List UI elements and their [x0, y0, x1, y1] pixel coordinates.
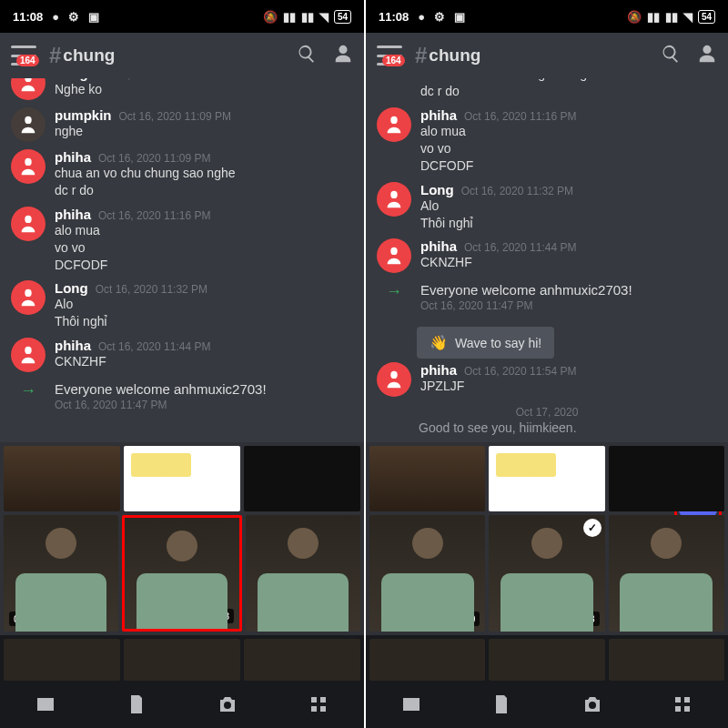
thumb-strip	[366, 635, 728, 684]
message: phihaOct 16, 2020 11:44 PMCKNZHF	[366, 235, 728, 277]
bike-icon: ⚙	[68, 10, 79, 24]
clock: 11:08	[379, 10, 409, 24]
message: pumpkinOct 16, 2020 11:09 PMnghe	[0, 104, 364, 146]
media-thumb[interactable]	[609, 515, 724, 632]
video-duration: 00:10	[446, 612, 480, 626]
timestamp: Oct 16, 2020 11:32 PM	[461, 185, 573, 197]
gallery-tab[interactable]	[400, 693, 422, 719]
username[interactable]: phiha	[55, 207, 91, 222]
search-button[interactable]	[661, 44, 681, 67]
media-thumb[interactable]	[124, 446, 240, 511]
join-arrow-icon: →	[11, 381, 46, 400]
avatar[interactable]	[11, 107, 46, 142]
avatar[interactable]	[377, 362, 411, 397]
signal-icon: ▮▮	[647, 10, 660, 24]
members-button[interactable]	[333, 44, 353, 67]
username[interactable]: phiha	[55, 338, 91, 353]
camera-tab[interactable]	[217, 693, 238, 719]
media-thumb[interactable]	[4, 639, 120, 681]
image-icon: ▣	[454, 10, 465, 24]
avatar[interactable]	[11, 280, 46, 315]
message-text: vo vo	[55, 239, 353, 257]
message-text: CKNZHF	[420, 254, 717, 271]
message: phihaOct 16, 2020 11:16 PMalo muavo voDC…	[0, 203, 364, 278]
wave-label: Wave to say hi!	[455, 336, 541, 350]
poll-tab[interactable]	[672, 693, 693, 719]
dnd-icon: 🔕	[627, 10, 642, 24]
battery: 54	[334, 10, 351, 24]
menu-button[interactable]: 164	[377, 46, 402, 66]
unread-badge: 164	[16, 55, 39, 66]
search-button[interactable]	[297, 44, 317, 67]
dnd-icon: 🔕	[263, 10, 278, 24]
username[interactable]: phiha	[55, 149, 91, 165]
username[interactable]: phiha	[420, 238, 457, 254]
thumb-strip	[0, 635, 364, 684]
gallery-tab[interactable]	[35, 693, 56, 719]
system-message: →Everyone welcome anhmuxic2703!Oct 16, 2…	[0, 376, 364, 417]
picker-tabbar	[366, 684, 728, 728]
message: phihaOct 16, 2020 11:09 PMchua an vo chu…	[0, 146, 364, 203]
avatar[interactable]	[377, 182, 411, 217]
media-thumb[interactable]	[489, 446, 604, 511]
files-tab[interactable]	[490, 693, 512, 719]
username[interactable]: pumpkin	[55, 107, 112, 123]
message-text: DCFODF	[420, 157, 717, 175]
messenger-icon: ●	[418, 10, 425, 24]
messenger-icon: ●	[52, 10, 59, 24]
bike-icon: ⚙	[434, 10, 445, 24]
username[interactable]: phiha	[420, 107, 457, 123]
media-thumb[interactable]: 00:10	[4, 515, 118, 632]
media-thumb[interactable]	[369, 639, 485, 681]
message-list[interactable]: LongOct 16, 2020 11:09 PMNghe kopumpkinO…	[0, 78, 364, 442]
right-screenshot: 11:08 ● ⚙ ▣ 🔕 ▮▮ ▮▮ ◥ 54 164 # chung chu…	[364, 0, 728, 728]
media-thumb[interactable]	[369, 446, 485, 511]
message-text: Alo	[55, 296, 353, 313]
message-text: dc r do	[420, 83, 717, 100]
media-thumb[interactable]	[609, 446, 724, 511]
media-thumb[interactable]: 00:13	[122, 515, 242, 632]
timestamp: Oct 16, 2020 11:09 PM	[119, 110, 231, 123]
media-thumb[interactable]	[124, 639, 240, 681]
avatar[interactable]	[377, 238, 411, 273]
media-thumb[interactable]	[246, 515, 360, 632]
timestamp: Oct 16, 2020 11:47 PM	[420, 299, 632, 312]
hash-icon: #	[415, 43, 427, 68]
timestamp: Oct 16, 2020 11:09 PM	[96, 78, 207, 81]
message-list[interactable]: chua an vo chu chung sao nghedc r dophih…	[366, 78, 728, 442]
members-button[interactable]	[697, 44, 717, 67]
media-thumb[interactable]	[4, 446, 120, 511]
timestamp: Oct 16, 2020 11:44 PM	[98, 340, 210, 353]
media-thumb[interactable]	[609, 639, 724, 681]
wave-button[interactable]: 👋Wave to say hi!	[417, 327, 554, 359]
timestamp: Oct 16, 2020 11:54 PM	[464, 365, 576, 378]
video-duration: 00:13	[199, 609, 234, 623]
camera-tab[interactable]	[581, 693, 603, 719]
avatar[interactable]	[11, 338, 46, 372]
media-thumb[interactable]	[244, 446, 360, 511]
welcome-text: Good to see you, hiimkieen.	[366, 420, 728, 439]
message-text: Thôi nghỉ	[55, 313, 353, 330]
clock: 11:08	[13, 10, 43, 24]
media-thumb[interactable]: 00:10	[369, 515, 485, 632]
message-text: Nghe ko	[55, 81, 353, 98]
media-picker: 00:1000:13✓	[366, 442, 728, 635]
avatar[interactable]	[11, 149, 46, 184]
media-thumb[interactable]	[244, 639, 360, 681]
poll-tab[interactable]	[308, 693, 329, 719]
media-thumb[interactable]: 00:13✓	[489, 515, 604, 632]
avatar[interactable]	[377, 107, 411, 142]
timestamp: Oct 16, 2020 11:44 PM	[464, 241, 576, 254]
timestamp: Oct 16, 2020 11:16 PM	[98, 209, 210, 222]
message-text: vo vo	[420, 140, 717, 157]
message: LongOct 16, 2020 11:09 PMNghe ko	[0, 78, 364, 104]
menu-button[interactable]: 164	[11, 46, 36, 66]
avatar[interactable]	[11, 207, 46, 241]
username[interactable]: phiha	[420, 362, 457, 378]
files-tab[interactable]	[126, 693, 147, 719]
media-thumb[interactable]	[489, 639, 604, 681]
avatar[interactable]	[11, 78, 46, 100]
username[interactable]: Long	[55, 280, 88, 296]
wave-emoji-icon: 👋	[430, 334, 448, 351]
username[interactable]: Long	[420, 182, 454, 197]
